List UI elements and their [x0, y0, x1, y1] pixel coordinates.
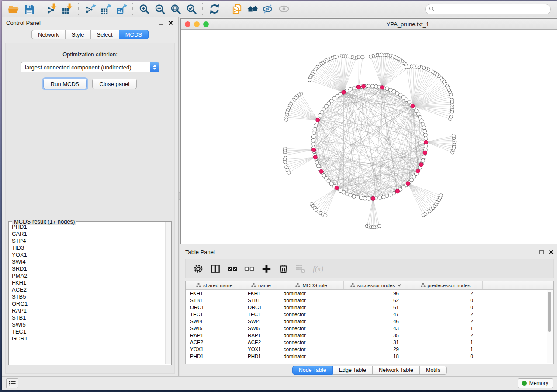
- close-table-panel-button[interactable]: [547, 248, 554, 255]
- tab-style[interactable]: Style: [66, 30, 91, 39]
- duplicate-network-button[interactable]: [229, 3, 244, 16]
- import-network-button[interactable]: [44, 3, 59, 16]
- close-panel-button[interactable]: [167, 19, 174, 26]
- mcds-node-item[interactable]: RAP1: [12, 307, 166, 314]
- mcds-node-item[interactable]: SWI5: [12, 321, 166, 328]
- column-header-name[interactable]: name: [243, 281, 279, 289]
- table-row[interactable]: RAP1RAP1dominator352: [186, 332, 553, 339]
- mcds-node-item[interactable]: SRD1: [12, 265, 166, 272]
- table-row[interactable]: ACE2ACE2connector311: [186, 339, 553, 346]
- delete-column-button[interactable]: [276, 262, 292, 275]
- mcds-node-item[interactable]: STB5: [12, 293, 166, 300]
- mcds-result-list[interactable]: PHD1CAR1STP4TID3YOX1SWI4SRD1PMA2FKH1ACE2…: [9, 224, 166, 365]
- network-canvas[interactable]: [181, 30, 557, 244]
- criterion-dropdown[interactable]: largest connected component (undirected): [21, 62, 159, 72]
- table-row[interactable]: TEC1TEC1connector472: [186, 311, 553, 318]
- tab-network[interactable]: Network: [31, 30, 66, 39]
- table-row[interactable]: STB1STB1dominator620: [186, 297, 553, 304]
- mcds-node-item[interactable]: FKH1: [12, 279, 166, 286]
- mcds-node-item[interactable]: CAR1: [12, 230, 166, 237]
- zoom-fit-button[interactable]: [168, 3, 183, 16]
- table-row[interactable]: PHD1PHD1dominator180: [186, 353, 553, 360]
- show-panel-list-button[interactable]: [6, 378, 18, 388]
- save-button[interactable]: [21, 3, 36, 16]
- mcds-list-scrollbar[interactable]: [165, 222, 171, 364]
- tab-mcds[interactable]: MCDS: [119, 30, 149, 39]
- table-tab-motifs[interactable]: Motifs: [420, 366, 447, 375]
- export-image-icon: [116, 3, 127, 14]
- float-table-panel-button[interactable]: [538, 248, 545, 255]
- minimize-window-icon[interactable]: [194, 21, 200, 27]
- search-input[interactable]: [437, 6, 547, 13]
- open-button[interactable]: [6, 3, 21, 16]
- mcds-node-item[interactable]: TEC1: [12, 328, 166, 335]
- add-column-icon: [261, 263, 272, 274]
- table-cell: 2: [408, 333, 483, 338]
- table-tab-edge-table[interactable]: Edge Table: [333, 366, 373, 375]
- table-scrollbar[interactable]: [547, 290, 553, 363]
- table-row[interactable]: YOX1YOX1connector291: [186, 346, 553, 353]
- export-network-button[interactable]: [83, 3, 97, 16]
- column-header-predecessor-nodes[interactable]: predecessor nodes: [408, 281, 483, 289]
- mcds-node-item[interactable]: STB1: [12, 314, 166, 321]
- table-cell: TEC1: [186, 312, 243, 317]
- table-cell: RAP1: [186, 333, 243, 338]
- mcds-node-item[interactable]: YOX1: [12, 251, 166, 258]
- zoom-selected-button[interactable]: [184, 3, 199, 16]
- table-cell: STB1: [186, 298, 243, 303]
- show-all-button: [277, 3, 291, 16]
- column-header-successor-nodes[interactable]: successor nodes: [344, 281, 408, 289]
- column-header-shared-name[interactable]: shared name: [186, 281, 243, 289]
- memory-button[interactable]: Memory: [518, 378, 553, 388]
- add-column-button[interactable]: [259, 262, 275, 275]
- control-panel-titlebar: Control Panel: [2, 17, 178, 28]
- table-row[interactable]: FKH1FKH1dominator962: [186, 290, 553, 297]
- show-all-icon: [279, 3, 290, 14]
- mcds-node-item[interactable]: TID3: [12, 244, 166, 251]
- close-panel-pushbutton[interactable]: Close panel: [92, 79, 137, 89]
- table-row[interactable]: SWI5SWI5connector431: [186, 325, 553, 332]
- select-all-rows-button[interactable]: [225, 262, 241, 275]
- scrollbar-thumb[interactable]: [548, 292, 551, 332]
- network-window-titlebar[interactable]: YPA_prune.txt_1: [181, 19, 557, 30]
- mcds-node-item[interactable]: GCR1: [12, 335, 166, 342]
- table-cell: connector: [279, 340, 344, 345]
- import-table-button[interactable]: [60, 3, 75, 16]
- run-mcds-button[interactable]: Run MCDS: [43, 79, 87, 89]
- mcds-node-item[interactable]: STP4: [12, 237, 166, 244]
- tab-select[interactable]: Select: [91, 30, 119, 39]
- table-row[interactable]: ORC1ORC1dominator610: [186, 304, 553, 311]
- refresh-button[interactable]: [207, 3, 221, 16]
- delete-table-icon: [295, 263, 306, 274]
- export-image-button[interactable]: [114, 3, 129, 16]
- mcds-node-item[interactable]: ORC1: [12, 300, 166, 307]
- table-tab-network-table[interactable]: Network Table: [373, 366, 420, 375]
- show-columns-button[interactable]: [208, 262, 224, 275]
- table-tab-node-table[interactable]: Node Table: [292, 366, 333, 375]
- export-table-button[interactable]: [98, 3, 113, 16]
- search-box[interactable]: [425, 4, 551, 14]
- table-settings-button[interactable]: [190, 262, 207, 275]
- toolbar-separator: [40, 3, 41, 15]
- float-panel-button[interactable]: [157, 19, 164, 26]
- mcds-node-item[interactable]: PMA2: [12, 272, 166, 279]
- zoom-out-button[interactable]: [152, 3, 167, 16]
- attribute-type-icon: [251, 283, 256, 288]
- table-cell: 35: [344, 333, 408, 338]
- hide-selected-button[interactable]: [261, 3, 276, 16]
- zoom-in-button[interactable]: [137, 3, 152, 16]
- mcds-node-item[interactable]: PHD1: [12, 224, 166, 230]
- column-header-MCDS-role[interactable]: MCDS role: [279, 281, 344, 289]
- dropdown-stepper-icon: [150, 62, 159, 72]
- deselect-all-rows-button[interactable]: [242, 262, 258, 275]
- table-cell: 31: [344, 340, 408, 345]
- close-window-icon[interactable]: [185, 21, 190, 27]
- maximize-window-icon[interactable]: [203, 21, 209, 27]
- delete-column-icon: [278, 263, 289, 274]
- mcds-node-item[interactable]: ACE2: [12, 286, 166, 293]
- table-cell: 0: [408, 298, 483, 303]
- control-panel-tabs: NetworkStyleSelectMCDS: [2, 30, 178, 39]
- table-row[interactable]: SWI4SWI4dominator462: [186, 318, 553, 325]
- first-neighbors-button[interactable]: [245, 3, 260, 16]
- mcds-node-item[interactable]: SWI4: [12, 258, 166, 265]
